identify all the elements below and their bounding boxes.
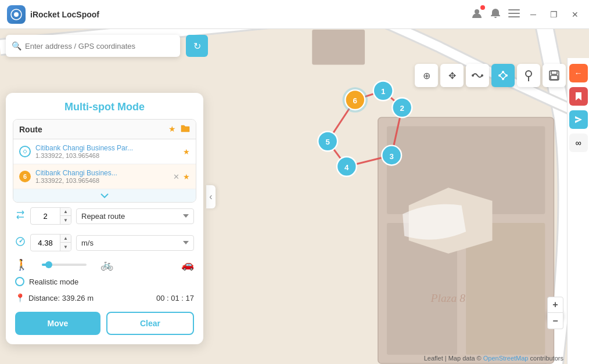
distance-row: 📍 Distance: 339.26 m 00 : 01 : 17 xyxy=(6,290,203,306)
location-icon: 📍 xyxy=(15,293,25,302)
distance-text: Distance: 339.26 m xyxy=(28,294,156,302)
panel: Multi-spot Mode Route ★ Citibank Changi … xyxy=(6,93,203,344)
panel-title: Multi-spot Mode xyxy=(6,93,203,119)
svg-rect-3 xyxy=(508,9,520,10)
app-title: iRocket LocSpoof xyxy=(30,10,471,19)
svg-rect-51 xyxy=(551,75,558,80)
svg-text:Plaza 8: Plaza 8 xyxy=(430,291,466,304)
move-button[interactable]: Move xyxy=(15,312,100,335)
speed-down[interactable]: ▼ xyxy=(60,243,71,251)
realistic-mode-row: Realistic mode xyxy=(6,273,203,290)
profile-badge xyxy=(480,5,485,10)
svg-point-44 xyxy=(498,74,501,77)
route-item-name-2: Citibank Changi Busines... xyxy=(35,169,173,177)
svg-rect-5 xyxy=(508,16,520,17)
titlebar-controls: ─ ❐ ✕ xyxy=(471,8,582,21)
route-item: Citibank Changi Business Par... 1.333922… xyxy=(13,139,196,164)
bike-icon[interactable]: 🚲 xyxy=(100,258,113,271)
svg-point-1 xyxy=(14,12,19,17)
route-item-coords-1: 1.333922, 103.965468 xyxy=(35,152,183,159)
speed-controls-row: 4.38 ▲ ▼ m/s km/h mph xyxy=(6,229,203,256)
svg-rect-4 xyxy=(508,13,520,14)
svg-point-42 xyxy=(472,74,474,77)
realistic-mode-label: Realistic mode xyxy=(29,277,78,286)
side-toolbar: ← ∞ xyxy=(567,58,589,364)
car-icon[interactable]: 🚗 xyxy=(181,258,194,271)
panel-collapse-button[interactable]: ‹ xyxy=(206,185,216,208)
menu-icon[interactable] xyxy=(508,9,520,20)
clear-button[interactable]: Clear xyxy=(106,312,194,335)
profile-icon[interactable] xyxy=(471,8,483,21)
svg-point-53 xyxy=(20,241,21,243)
route-item-dot-2: 6 xyxy=(19,171,31,182)
route-item-actions-1: ★ xyxy=(183,147,190,156)
route-tool[interactable] xyxy=(466,64,489,87)
repeat-controls-row: 2 ▲ ▼ Repeat route Loop One way xyxy=(6,203,203,229)
walk-icon[interactable]: 🚶 xyxy=(15,258,28,271)
route-header-icons: ★ xyxy=(168,124,190,134)
speed-value-btns: ▲ ▼ xyxy=(60,235,71,251)
route-item-info-2: Citibank Changi Busines... 1.333922, 103… xyxy=(35,169,173,184)
repeat-icon xyxy=(15,210,26,222)
map-area: Plaza 8 Citibank Campus Changi Business … xyxy=(0,29,589,364)
back-button[interactable]: ← xyxy=(569,64,588,82)
send-button[interactable] xyxy=(569,110,588,129)
route-label: Route xyxy=(19,125,42,134)
movement-modes-row: 🚶 🚲 🚗 xyxy=(6,256,203,273)
osm-link[interactable]: OpenStreetMap xyxy=(483,355,529,362)
link-button[interactable]: ∞ xyxy=(569,134,588,152)
zoom-in-button[interactable]: + xyxy=(547,297,563,313)
bookmark-button[interactable] xyxy=(569,87,588,106)
star-item-icon-1[interactable]: ★ xyxy=(183,147,190,156)
svg-point-45 xyxy=(502,71,504,73)
speed-value-input[interactable]: 4.38 xyxy=(31,236,60,250)
search-input[interactable] xyxy=(25,42,174,51)
crosshair-tool[interactable]: ⊕ xyxy=(415,64,438,87)
star-icon[interactable]: ★ xyxy=(168,124,176,134)
star-item-icon-2[interactable]: ★ xyxy=(183,172,190,181)
map-attribution: Leaflet | Map data © OpenStreetMap contr… xyxy=(424,355,563,362)
route-header: Route ★ xyxy=(13,120,196,139)
svg-point-43 xyxy=(481,74,483,77)
close-button[interactable]: ✕ xyxy=(568,8,582,21)
bell-icon[interactable] xyxy=(490,8,501,21)
refresh-button[interactable]: ↻ xyxy=(186,35,208,57)
speed-unit-select[interactable]: m/s km/h mph xyxy=(76,235,194,251)
route-item-2: 6 Citibank Changi Busines... 1.333922, 1… xyxy=(13,164,196,189)
map-zoom-controls: + − xyxy=(547,297,563,329)
save-tool[interactable] xyxy=(543,64,566,87)
repeat-count-btns: ▲ ▼ xyxy=(60,208,71,224)
time-display: 00 : 01 : 17 xyxy=(156,294,194,302)
multispot-tool[interactable] xyxy=(491,64,515,87)
realistic-mode-radio[interactable] xyxy=(15,277,24,286)
repeat-count-up[interactable]: ▲ xyxy=(60,208,71,216)
maximize-button[interactable]: ❐ xyxy=(547,8,561,21)
route-section: Route ★ Citibank Changi Business Par... … xyxy=(13,119,196,203)
repeat-count-down[interactable]: ▼ xyxy=(60,216,71,224)
svg-rect-11 xyxy=(312,30,365,65)
minimize-button[interactable]: ─ xyxy=(527,8,540,21)
svg-rect-50 xyxy=(551,71,557,74)
action-buttons-row: Move Clear xyxy=(6,306,203,335)
move-tool[interactable]: ✥ xyxy=(440,64,464,87)
expand-route-button[interactable] xyxy=(13,189,196,202)
repeat-count-spinner: 2 ▲ ▼ xyxy=(30,207,71,225)
route-item-name-1: Citibank Changi Business Par... xyxy=(35,144,183,152)
svg-point-48 xyxy=(526,71,531,77)
speed-icon xyxy=(15,236,26,249)
route-item-coords-2: 1.333922, 103.965468 xyxy=(35,177,173,184)
route-item-info-1: Citibank Changi Business Par... 1.333922… xyxy=(35,144,183,159)
folder-icon[interactable] xyxy=(181,124,190,134)
route-item-actions-2: ✕ ★ xyxy=(173,172,190,181)
svg-point-2 xyxy=(475,9,479,14)
app-logo xyxy=(7,5,26,24)
repeat-mode-select[interactable]: Repeat route Loop One way xyxy=(76,208,194,224)
delete-item-icon-2[interactable]: ✕ xyxy=(173,172,179,181)
speed-slider xyxy=(39,264,89,266)
svg-point-47 xyxy=(502,78,504,80)
speed-up[interactable]: ▲ xyxy=(60,235,71,243)
repeat-count-input[interactable]: 2 xyxy=(31,210,60,223)
search-bar: 🔍 ↻ xyxy=(6,35,180,57)
zoom-out-button[interactable]: − xyxy=(547,313,563,329)
pin-tool[interactable] xyxy=(517,64,540,87)
